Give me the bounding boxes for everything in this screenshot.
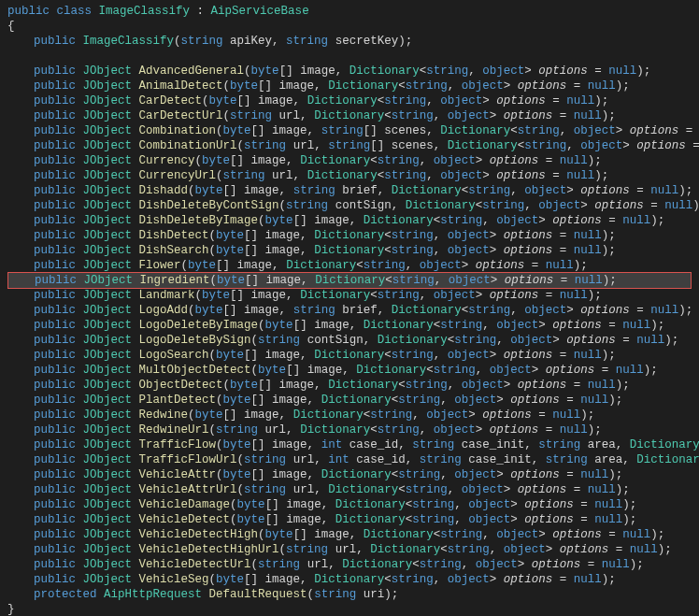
close: ); (580, 408, 594, 422)
keyword-public: public (34, 184, 76, 197)
params: string url, Dictionary<string, object> o… (216, 423, 588, 437)
method-name: TrafficFlow (139, 438, 217, 451)
return-type: AipHttpRequest (104, 588, 202, 601)
params: byte[] image, Dictionary<string, object>… (230, 79, 616, 93)
method-declaration-VehicleDamage: public JObject VehicleDamage(byte[] imag… (7, 497, 692, 512)
return-type: JObject (83, 289, 133, 302)
method-declaration-DishSearch: public JObject DishSearch(byte[] image, … (7, 243, 692, 258)
keyword-public: public (34, 364, 76, 377)
method-name: LogoAdd (139, 304, 189, 317)
method-declaration-CurrencyUrl: public JObject CurrencyUrl(string url, D… (7, 168, 692, 183)
return-type: JObject (83, 423, 133, 437)
close: ); (644, 364, 658, 377)
method-declaration-TrafficFlowUrl: public JObject TrafficFlowUrl(string url… (7, 452, 692, 467)
keyword-class: class (57, 5, 93, 18)
method-name: DishDeleteByImage (139, 214, 259, 227)
return-type: JObject (83, 244, 133, 257)
keyword-public: public (35, 274, 77, 287)
param-name: uri (356, 588, 384, 601)
params: byte[] image, Dictionary<string, object>… (265, 214, 651, 227)
params: string contSign, Dictionary<string, obje… (286, 199, 692, 212)
return-type: JObject (83, 543, 133, 556)
brace-open: { (7, 19, 692, 34)
keyword-public: public (34, 199, 76, 212)
return-type: JObject (83, 319, 133, 332)
keyword-public: public (34, 64, 76, 78)
method-declaration-CarDetect: public JObject CarDetect(byte[] image, D… (7, 93, 692, 108)
close: ); (616, 79, 630, 93)
constructor: public ImageClassify(string apiKey, stri… (7, 34, 692, 49)
colon: : (190, 5, 211, 18)
base-class: AipServiceBase (211, 5, 309, 18)
method-name: Redwine (139, 408, 189, 422)
method-name: VehicleDetectHigh (139, 528, 259, 541)
params: byte[] image, Dictionary<string, object>… (230, 379, 616, 392)
close: ); (650, 528, 664, 541)
params: byte[] image, string brief, Dictionary<s… (195, 184, 679, 197)
method-name: AnimalDetect (139, 79, 223, 93)
params: byte[] image, Dictionary<string, object>… (251, 64, 637, 78)
method-name: CarDetect (139, 94, 203, 107)
method-name: DefaultRequest (209, 588, 307, 601)
protected-method: protected AipHttpRequest DefaultRequest(… (7, 587, 692, 602)
return-type: JObject (83, 109, 133, 122)
method-name: AdvancedGeneral (139, 64, 245, 78)
close: ); (602, 229, 616, 242)
code-editor[interactable]: public class ImageClassify : AipServiceB… (7, 4, 692, 616)
method-name: Landmark (139, 289, 195, 302)
params: string url, Dictionary<string, object> o… (286, 543, 658, 556)
keyword-public: public (34, 244, 76, 257)
params: byte[] image, Dictionary<string, object>… (258, 364, 644, 377)
method-declaration-VehicleAttr: public JObject VehicleAttr(byte[] image,… (7, 467, 692, 482)
method-name: LogoDeleteBySign (139, 334, 251, 347)
close: ); (574, 259, 588, 272)
method-declaration-VehicleDetectUrl: public JObject VehicleDetectUrl(string u… (7, 557, 692, 572)
close: ); (650, 319, 664, 332)
method-name: VehicleAttrUrl (139, 483, 237, 496)
keyword-public: public (34, 528, 76, 541)
keyword-public: public (34, 438, 76, 451)
close: ); (588, 154, 602, 167)
method-declaration-LogoDeleteByImage: public JObject LogoDeleteByImage(byte[] … (7, 318, 692, 333)
method-declaration-Flower: public JObject Flower(byte[] image, Dict… (7, 258, 692, 273)
params: byte[] image, Dictionary<string, object>… (209, 94, 595, 107)
param-type: string (181, 35, 223, 48)
close: ); (622, 498, 636, 511)
return-type: JObject (83, 483, 133, 496)
method-declaration-VehicleDetectHigh: public JObject VehicleDetectHigh(byte[] … (7, 527, 692, 542)
params: byte[] image, Dictionary<string, object>… (217, 274, 603, 287)
params: byte[] image, Dictionary<string, object>… (216, 244, 602, 257)
method-name: PlantDetect (139, 394, 217, 407)
keyword-public: public (34, 349, 76, 362)
method-declaration-CombinationUrl: public JObject CombinationUrl(string url… (7, 138, 692, 153)
params: byte[] image, Dictionary<string, object>… (216, 349, 602, 362)
return-type: JObject (83, 528, 133, 541)
method-name: LogoDeleteByImage (139, 319, 259, 332)
method-declaration-Redwine: public JObject Redwine(byte[] image, Dic… (7, 408, 692, 423)
method-declaration-Dishadd: public JObject Dishadd(byte[] image, str… (7, 183, 692, 198)
close: ); (658, 543, 672, 556)
method-name: RedwineUrl (139, 423, 209, 437)
keyword-public: public (34, 79, 76, 93)
close: ); (588, 423, 602, 437)
close: ); (602, 573, 616, 586)
params: string url, int case_id, string case_ini… (244, 453, 699, 466)
return-type: JObject (84, 274, 134, 287)
params: string url, Dictionary<string, object> o… (258, 558, 630, 571)
keyword-public: public (34, 453, 76, 466)
return-type: JObject (83, 438, 133, 451)
method-declaration-VehicleAttrUrl: public JObject VehicleAttrUrl(string url… (7, 482, 692, 497)
method-declaration-DishDeleteByImage: public JObject DishDeleteByImage(byte[] … (7, 213, 692, 228)
params: byte[] image, Dictionary<string, object>… (265, 319, 651, 332)
keyword-public: public (34, 483, 76, 496)
brace-close: } (7, 602, 692, 616)
method-declaration-LogoAdd: public JObject LogoAdd(byte[] image, str… (7, 303, 692, 318)
params: byte[] image, Dictionary<string, object>… (216, 573, 602, 586)
params: byte[] image, Dictionary<string, object>… (195, 408, 581, 422)
method-declaration-CarDetectUrl: public JObject CarDetectUrl(string url, … (7, 108, 692, 123)
keyword-public: public (34, 94, 76, 107)
params: byte[] image, Dictionary<string, object>… (223, 468, 609, 481)
return-type: JObject (83, 453, 133, 466)
close: ); (678, 184, 692, 197)
method-name: VehicleDetect (139, 513, 231, 526)
